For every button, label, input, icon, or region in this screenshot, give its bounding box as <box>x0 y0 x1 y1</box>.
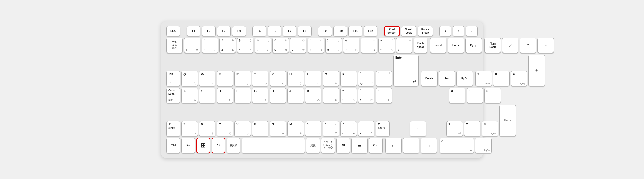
key-pgdn-nav[interactable]: PgDn <box>456 71 473 86</box>
key-f1[interactable]: F1 <box>187 26 200 36</box>
key-num2[interactable]: 2 ↓ <box>464 121 480 136</box>
key-alt-left[interactable]: Alt <box>212 138 225 153</box>
key-p[interactable]: P せ <box>340 71 357 86</box>
key-ctrl-right[interactable]: Ctrl <box>369 138 383 153</box>
key-h[interactable]: H く <box>270 88 286 103</box>
key-2[interactable]: " 2ふ <box>202 38 218 53</box>
key-num9[interactable]: 9 PgUp <box>511 71 527 86</box>
key-esc[interactable]: ESC <box>166 26 180 36</box>
key-arrow-right[interactable]: → <box>421 138 437 153</box>
key-t[interactable]: T か <box>252 71 268 86</box>
key-underscore[interactable]: _ -ろ <box>358 121 374 136</box>
key-arrow-up[interactable]: ↑ <box>410 121 426 136</box>
key-g[interactable]: G き <box>252 88 268 103</box>
key-f10[interactable]: F10 <box>333 26 347 36</box>
key-yen[interactable]: |¥ ¥ー <box>396 38 412 53</box>
key-6[interactable]: &お 6お <box>272 38 289 53</box>
key-space[interactable] <box>242 138 305 153</box>
key-num5[interactable]: 5 <box>467 88 483 103</box>
key-numpad-slash[interactable]: ／ <box>502 38 518 53</box>
key-f4[interactable]: F4 <box>232 26 246 36</box>
key-numlock[interactable]: NumLock <box>484 38 501 53</box>
key-extra1[interactable]: 9 <box>439 26 451 36</box>
key-semicolon[interactable]: + ;れ <box>340 88 357 103</box>
key-caret[interactable]: ~^ ^へ <box>378 38 395 53</box>
key-ctrl-left[interactable]: Ctrl <box>166 138 180 153</box>
key-3[interactable]: #あ 3あ <box>219 38 236 53</box>
key-b[interactable]: B こ <box>252 121 268 136</box>
key-f2[interactable]: F2 <box>202 26 215 36</box>
key-colon[interactable]: * :け <box>358 88 374 103</box>
key-numenter[interactable]: Enter <box>499 105 516 136</box>
key-bracket-left[interactable]: {「 [° <box>376 71 392 86</box>
key-u[interactable]: U な <box>287 71 304 86</box>
key-x[interactable]: X さ <box>199 121 215 136</box>
key-v[interactable]: V ひ <box>234 121 251 136</box>
key-delete[interactable]: Delete <box>421 71 438 86</box>
key-arrow-down[interactable]: ↓ <box>403 138 419 153</box>
key-home[interactable]: Home <box>448 38 464 53</box>
key-8[interactable]: (ゆ 8ゆ <box>308 38 324 53</box>
key-n[interactable]: N み <box>270 121 286 136</box>
key-alt-right[interactable]: Alt <box>336 138 350 153</box>
key-l[interactable]: L り <box>323 88 339 103</box>
key-c[interactable]: C そ <box>217 121 233 136</box>
key-win[interactable]: ⊞ <box>196 138 210 153</box>
key-m[interactable]: M も <box>287 121 304 136</box>
key-f9[interactable]: F9 <box>318 26 332 36</box>
key-period[interactable]: >。 .る <box>323 121 339 136</box>
key-extra3[interactable]: ↓ <box>466 26 478 36</box>
key-henkan[interactable]: 変換 <box>306 138 320 153</box>
key-printscreen[interactable]: PrintScreen <box>384 26 400 36</box>
key-w[interactable]: W て <box>199 71 215 86</box>
key-i[interactable]: I に <box>305 71 321 86</box>
key-at[interactable]: ` @゛ <box>358 71 374 86</box>
key-fn[interactable]: Fn <box>181 138 195 153</box>
key-a[interactable]: A ち <box>181 88 198 103</box>
key-backspace[interactable]: Backspace <box>414 38 427 53</box>
key-f8[interactable]: F8 <box>298 26 311 36</box>
key-capslock[interactable]: Caps Lock 英数 <box>166 88 180 103</box>
key-arrow-left[interactable]: ← <box>385 138 402 153</box>
key-num7[interactable]: 7 Home <box>475 71 492 86</box>
key-num0[interactable]: 0 Ins <box>440 138 474 153</box>
key-f7[interactable]: F7 <box>283 26 296 36</box>
key-enter[interactable]: Enter ↵ <box>393 55 419 86</box>
key-insert[interactable]: Insert <box>430 38 446 53</box>
key-f11[interactable]: F11 <box>348 26 362 36</box>
key-q[interactable]: Q た <box>181 71 198 86</box>
key-f12[interactable]: F12 <box>364 26 377 36</box>
key-num4[interactable]: 4 ← <box>449 88 465 103</box>
key-k[interactable]: K の <box>305 88 321 103</box>
key-muhenkan[interactable]: 無変換 <box>227 138 240 153</box>
key-9[interactable]: )よ 9よ <box>325 38 342 53</box>
key-o[interactable]: O ら <box>323 71 339 86</box>
key-e[interactable]: E い <box>217 71 233 86</box>
key-kana[interactable]: カタカナひらがなローマ字 <box>321 138 335 153</box>
key-minus[interactable]: =ー -ほ <box>361 38 377 53</box>
key-0[interactable]: を 0わ <box>343 38 359 53</box>
key-numplus[interactable]: ＋ <box>528 55 545 86</box>
key-shift-right[interactable]: ⇧ Shift <box>376 121 390 136</box>
key-scrolllock[interactable]: ScrollLock <box>401 26 416 36</box>
key-d[interactable]: D し <box>217 88 233 103</box>
key-y[interactable]: Y ん <box>270 71 286 86</box>
key-7[interactable]: 'や 7や <box>290 38 306 53</box>
key-extra2[interactable]: A <box>453 26 464 36</box>
key-hankaku[interactable]: 半角/全角漢字 <box>166 38 183 53</box>
key-tab[interactable]: Tab ⇥ <box>166 71 180 86</box>
key-num1[interactable]: 1 End <box>446 121 463 136</box>
key-pgup-nav[interactable]: PgUp <box>465 38 482 53</box>
key-f3[interactable]: F3 <box>217 26 231 36</box>
key-f[interactable]: F は <box>234 88 251 103</box>
key-bracket-right[interactable]: }」 ]む <box>376 88 392 103</box>
key-1[interactable]: ! 1ぬ <box>184 38 200 53</box>
key-menu[interactable]: ☰ <box>351 138 368 153</box>
key-numpad-minus[interactable]: － <box>537 38 554 53</box>
key-r[interactable]: R す <box>234 71 251 86</box>
key-numpad-star[interactable]: ＊ <box>520 38 536 53</box>
key-num6[interactable]: 6 → <box>484 88 501 103</box>
key-slash[interactable]: ?・ /め <box>340 121 357 136</box>
key-num-dot[interactable]: . PgDn <box>475 138 492 153</box>
key-4[interactable]: $う 4う <box>237 38 253 53</box>
